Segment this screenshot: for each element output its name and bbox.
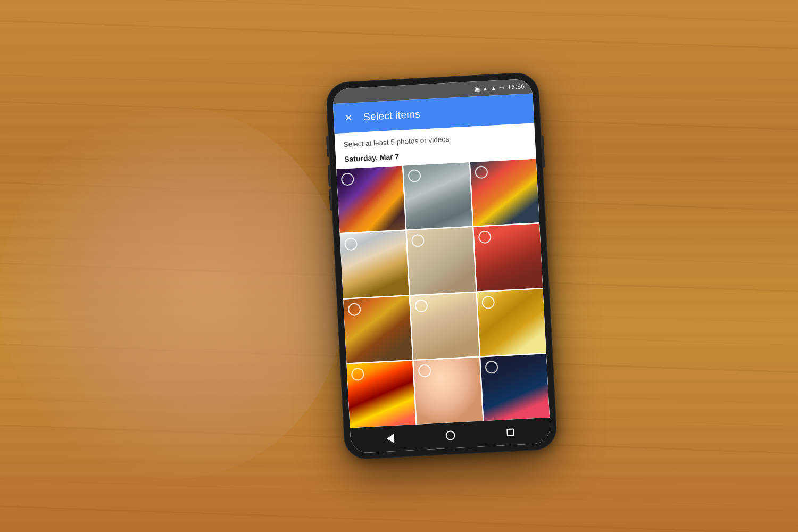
home-icon — [445, 430, 455, 440]
photo-cell-1[interactable] — [336, 166, 405, 234]
signal-icon: ▲ — [491, 85, 497, 92]
photo-grid — [336, 159, 550, 428]
back-icon — [387, 434, 395, 444]
photo-cell-3[interactable] — [470, 159, 539, 226]
photo-cell-11[interactable] — [413, 357, 483, 425]
wifi-icon: ▲ — [482, 85, 488, 92]
photo-cell-6[interactable] — [473, 224, 543, 292]
recent-button[interactable] — [502, 424, 519, 441]
back-button[interactable] — [382, 429, 399, 448]
hand-silhouette — [0, 106, 346, 479]
status-time: 16:56 — [508, 82, 525, 91]
phone-wrapper: ▣ ▲ ▲ ▭ 16:56 ✕ Select items Select at l… — [326, 72, 558, 460]
vibrate-icon: ▣ — [474, 85, 480, 93]
close-button[interactable]: ✕ — [342, 112, 355, 124]
photo-cell-7[interactable] — [343, 296, 412, 363]
photo-cell-5[interactable] — [406, 227, 476, 295]
phone-device: ▣ ▲ ▲ ▭ 16:56 ✕ Select items Select at l… — [326, 72, 558, 460]
photo-cell-10[interactable] — [346, 361, 415, 428]
photo-cell-4[interactable] — [340, 231, 409, 298]
status-icons: ▣ ▲ ▲ ▭ — [474, 84, 504, 93]
photo-cell-2[interactable] — [403, 162, 472, 230]
content-area: Select at least 5 photos or videos Satur… — [335, 123, 550, 428]
home-button[interactable] — [441, 426, 460, 445]
recent-icon — [506, 428, 514, 436]
app-bar-title: Select items — [363, 109, 421, 123]
photo-cell-8[interactable] — [410, 292, 479, 360]
photo-cell-12[interactable] — [480, 354, 550, 421]
photo-cell-9[interactable] — [477, 289, 546, 356]
phone-screen: ▣ ▲ ▲ ▭ 16:56 ✕ Select items Select at l… — [332, 79, 551, 454]
battery-icon: ▭ — [499, 84, 505, 92]
